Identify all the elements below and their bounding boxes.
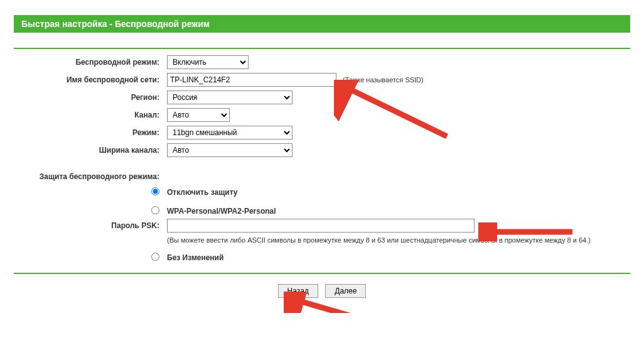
psk-password-input[interactable] <box>167 219 475 233</box>
radio-no-change-label: Без Изменений <box>167 253 223 262</box>
region-select[interactable]: Россия <box>167 90 292 104</box>
label-mode: Режим: <box>16 128 167 137</box>
next-button[interactable]: Далее <box>325 284 366 298</box>
label-security: Защита беспроводного режима: <box>16 172 167 181</box>
psk-note: (Вы можете ввести либо ASCII символы в п… <box>167 236 591 244</box>
label-ssid: Имя беспроводной сети: <box>16 75 167 84</box>
label-wireless-mode: Беспроводной режим: <box>16 58 167 67</box>
wireless-mode-select[interactable]: Включить <box>167 55 249 69</box>
radio-wpa[interactable] <box>151 206 159 214</box>
radio-wpa-label: WPA-Personal/WPA2-Personal <box>167 207 276 216</box>
ssid-hint: (Также называется SSID) <box>343 76 424 84</box>
page-title: Быстрая настройка - Беспроводной режим <box>14 15 630 33</box>
divider <box>14 273 630 274</box>
label-psk-password: Пароль PSK: <box>16 221 167 230</box>
form-area: Беспроводной режим: Включить Имя беспров… <box>14 55 630 263</box>
channel-select[interactable]: Авто <box>167 108 230 122</box>
divider <box>14 48 630 49</box>
radio-disable-security-label: Отключить защиту <box>167 188 238 197</box>
label-channel-width: Ширина канала: <box>16 146 167 155</box>
mode-select[interactable]: 11bgn смешанный <box>167 126 292 140</box>
radio-disable-security[interactable] <box>151 187 159 195</box>
ssid-input[interactable] <box>167 73 336 87</box>
svg-line-2 <box>293 299 397 313</box>
radio-no-change[interactable] <box>151 253 159 261</box>
label-channel: Канал: <box>16 111 167 119</box>
label-region: Регион: <box>16 93 167 102</box>
back-button[interactable]: Назад <box>278 284 318 298</box>
channel-width-select[interactable]: Авто <box>167 143 292 157</box>
